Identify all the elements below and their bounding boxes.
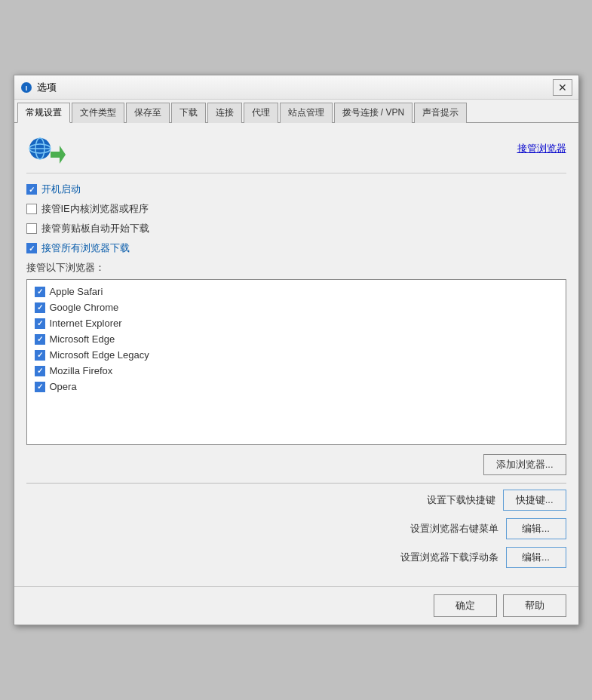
title-bar: I 选项 ✕	[14, 75, 578, 100]
safari-label: Apple Safari	[50, 286, 103, 297]
shortcut-label: 设置下载快捷键	[427, 493, 495, 507]
edge-label: Microsoft Edge	[50, 333, 115, 345]
edge-legacy-label: Microsoft Edge Legacy	[50, 349, 149, 361]
idm-logo	[26, 130, 66, 167]
tab-connection[interactable]: 连接	[207, 103, 242, 123]
edge-legacy-checkbox[interactable]	[35, 350, 45, 361]
safari-checkbox[interactable]	[35, 287, 45, 297]
chrome-checkbox[interactable]	[35, 302, 45, 313]
ie-browser-label: Internet Explorer	[50, 318, 122, 329]
ie-checkbox[interactable]	[26, 204, 37, 214]
clipboard-checkbox[interactable]	[26, 223, 37, 234]
startup-checkbox-row[interactable]: 开机启动	[26, 183, 566, 196]
manage-browser-link[interactable]: 接管浏览器	[517, 142, 566, 155]
content-area: 接管浏览器 开机启动 接管IE内核浏览器或程序 接管剪贴板自动开始下载 接管所有…	[14, 123, 578, 586]
browser-list[interactable]: Apple Safari Google Chrome Internet Expl…	[26, 279, 566, 445]
tab-proxy[interactable]: 代理	[244, 103, 278, 123]
opera-label: Opera	[50, 381, 77, 392]
help-button[interactable]: 帮助	[503, 594, 566, 617]
shortcut-button[interactable]: 快捷键...	[503, 490, 566, 511]
tab-download[interactable]: 下载	[171, 103, 206, 123]
options-dialog: I 选项 ✕ 常规设置 文件类型 保存至 下载 连接 代理 站点管理 拨号连接 …	[14, 75, 579, 625]
browser-list-section-label: 接管以下浏览器：	[26, 261, 566, 275]
tab-dialup-vpn[interactable]: 拨号连接 / VPN	[334, 103, 413, 123]
right-menu-button[interactable]: 编辑...	[506, 518, 566, 539]
browser-item-opera[interactable]: Opera	[32, 379, 561, 394]
ie-checkbox-row[interactable]: 接管IE内核浏览器或程序	[26, 202, 566, 216]
add-browser-row: 添加浏览器...	[26, 454, 566, 475]
float-bar-button[interactable]: 编辑...	[506, 547, 566, 568]
ie-browser-checkbox[interactable]	[35, 318, 45, 329]
firefox-label: Mozilla Firefox	[50, 365, 113, 376]
opera-checkbox[interactable]	[35, 382, 45, 392]
add-browser-button[interactable]: 添加浏览器...	[483, 454, 566, 475]
footer: 确定 帮助	[14, 586, 578, 625]
app-icon: I	[20, 81, 32, 94]
right-menu-label: 设置浏览器右键菜单	[410, 522, 498, 536]
chrome-label: Google Chrome	[50, 302, 119, 313]
shortcut-row: 设置下载快捷键 快捷键...	[26, 490, 566, 511]
header-row: 接管浏览器	[26, 130, 566, 173]
title-bar-left: I 选项	[20, 81, 57, 94]
all-browsers-label: 接管所有浏览器下载	[41, 241, 130, 255]
startup-label: 开机启动	[41, 183, 81, 196]
tab-sound[interactable]: 声音提示	[414, 103, 467, 123]
browser-item-edge[interactable]: Microsoft Edge	[32, 332, 561, 346]
clipboard-label: 接管剪贴板自动开始下载	[41, 222, 149, 235]
svg-marker-7	[51, 146, 66, 164]
startup-checkbox[interactable]	[26, 184, 37, 195]
all-browsers-checkbox[interactable]	[26, 243, 37, 253]
separator-1	[26, 483, 566, 484]
browser-item-chrome[interactable]: Google Chrome	[32, 300, 561, 315]
svg-text:I: I	[25, 84, 27, 92]
tab-save-to[interactable]: 保存至	[126, 103, 170, 123]
float-bar-label: 设置浏览器下载浮动条	[400, 551, 498, 564]
browser-item-firefox[interactable]: Mozilla Firefox	[32, 364, 561, 378]
ok-button[interactable]: 确定	[434, 594, 497, 617]
firefox-checkbox[interactable]	[35, 366, 45, 376]
right-menu-row: 设置浏览器右键菜单 编辑...	[26, 518, 566, 539]
close-button[interactable]: ✕	[553, 79, 572, 96]
tabs-bar: 常规设置 文件类型 保存至 下载 连接 代理 站点管理 拨号连接 / VPN 声…	[14, 100, 578, 123]
edge-checkbox[interactable]	[35, 334, 45, 345]
tab-general[interactable]: 常规设置	[17, 103, 70, 123]
dialog-title: 选项	[37, 81, 57, 94]
float-bar-row: 设置浏览器下载浮动条 编辑...	[26, 547, 566, 568]
browser-item-edge-legacy[interactable]: Microsoft Edge Legacy	[32, 348, 561, 362]
browser-item-ie[interactable]: Internet Explorer	[32, 316, 561, 330]
browser-item-safari[interactable]: Apple Safari	[32, 284, 561, 299]
clipboard-checkbox-row[interactable]: 接管剪贴板自动开始下载	[26, 222, 566, 235]
tab-file-type[interactable]: 文件类型	[72, 103, 124, 123]
all-browsers-checkbox-row[interactable]: 接管所有浏览器下载	[26, 241, 566, 255]
ie-label: 接管IE内核浏览器或程序	[41, 202, 149, 216]
tab-site-manager[interactable]: 站点管理	[280, 103, 333, 123]
